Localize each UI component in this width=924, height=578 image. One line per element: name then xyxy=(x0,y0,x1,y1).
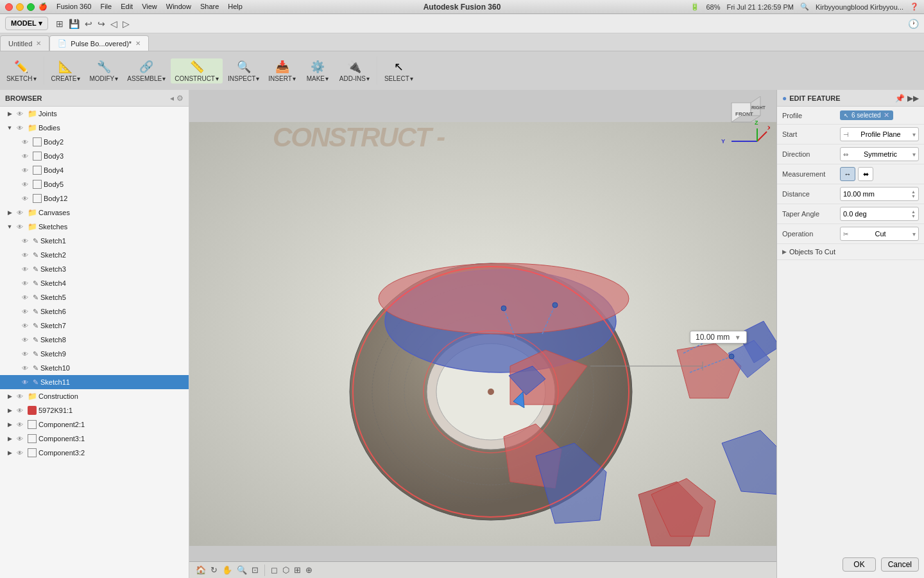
toolbar-sketch[interactable]: ✏️ SKETCH▾ xyxy=(3,58,40,83)
taper-angle-stepper[interactable]: ▲ ▼ xyxy=(911,209,916,218)
menu-file[interactable]: File xyxy=(100,3,112,11)
sidebar-item-body3[interactable]: 👁 Body3 xyxy=(0,149,189,163)
nav-forward-icon[interactable]: ▷ xyxy=(123,19,130,29)
sidebar-item-body12[interactable]: 👁 Body12 xyxy=(0,191,189,206)
tab-pulse-close[interactable]: ✕ xyxy=(135,40,141,47)
sidebar-item-body5[interactable]: 👁 Body5 xyxy=(0,177,189,191)
menu-help[interactable]: Help xyxy=(228,3,243,11)
visibility-sketch4[interactable]: 👁 xyxy=(21,279,30,288)
visibility-body5[interactable]: 👁 xyxy=(21,180,30,189)
visibility-body4[interactable]: 👁 xyxy=(21,166,30,175)
ok-button[interactable]: OK xyxy=(843,557,875,572)
taper-angle-input[interactable]: 0.0 deg ▲ ▼ xyxy=(840,207,919,221)
distance-stepper[interactable]: ▲ ▼ xyxy=(911,189,916,198)
sidebar-item-joints[interactable]: ▶ 👁 📁 Joints xyxy=(0,107,189,121)
sidebar-item-5972k91[interactable]: ▶ 👁 5972K91:1 xyxy=(0,403,189,417)
orbit-icon[interactable]: ↻ xyxy=(209,564,219,576)
visibility-component3-1[interactable]: 👁 xyxy=(15,434,24,443)
panel-expand-icon[interactable]: ▶▶ xyxy=(907,94,919,103)
expand-sketches[interactable]: ▼ xyxy=(5,222,14,231)
sidebar-item-sketch1[interactable]: 👁 ✎ Sketch1 xyxy=(0,234,189,248)
help-icon[interactable]: ❓ xyxy=(910,3,919,11)
visibility-sketch8[interactable]: 👁 xyxy=(21,335,30,344)
sidebar-item-component3-1[interactable]: ▶ 👁 Component3:1 xyxy=(0,432,189,446)
expand-construction[interactable]: ▶ xyxy=(5,392,14,401)
sidebar-item-construction[interactable]: ▶ 👁 📁 Construction xyxy=(0,389,189,403)
visibility-sketches[interactable]: 👁 xyxy=(15,222,24,231)
sidebar-item-canvases[interactable]: ▶ 👁 📁 Canvases xyxy=(0,206,189,220)
visibility-sketch5[interactable]: 👁 xyxy=(21,293,30,302)
tab-pulse[interactable]: 📄 Pulse Bo...overed)* ✕ xyxy=(49,35,149,51)
toolbar-create[interactable]: 📐 CREATE▾ xyxy=(47,58,85,83)
menu-view[interactable]: View xyxy=(142,3,157,11)
sidebar-item-component3-2[interactable]: ▶ 👁 Component3:2 xyxy=(0,446,189,460)
pan-icon[interactable]: ✋ xyxy=(221,564,234,576)
expand-component3-2[interactable]: ▶ xyxy=(5,448,14,457)
expand-joints[interactable]: ▶ xyxy=(5,109,14,118)
toolbar-modify[interactable]: 🔧 MODIFY▾ xyxy=(85,58,122,83)
panel-pin-icon[interactable]: 📌 xyxy=(895,94,905,103)
toolbar-insert[interactable]: 📥 INSERT▾ xyxy=(264,58,300,83)
menu-fusion360[interactable]: Fusion 360 xyxy=(56,3,91,11)
toolbar-inspect[interactable]: 🔍 INSPECT▾ xyxy=(224,58,263,83)
viewport[interactable]: CONSTRUCT - 10.00 mm ▼ Y X Z FRONT xyxy=(189,90,776,578)
sidebar-item-body4[interactable]: 👁 Body4 xyxy=(0,163,189,177)
direction-dropdown[interactable]: ⇔ Symmetric ▾ xyxy=(840,147,919,161)
sidebar-collapse-icon[interactable]: ◂ xyxy=(170,94,174,103)
toolbar-assemble[interactable]: 🔗 ASSEMBLE▾ xyxy=(123,58,169,83)
visibility-bodies[interactable]: 👁 xyxy=(15,123,24,132)
grid-icon[interactable]: ⊞ xyxy=(56,19,64,29)
expand-bodies[interactable]: ▼ xyxy=(5,123,14,132)
viewcube[interactable]: Y X Z FRONT RIGHT xyxy=(719,96,770,148)
visibility-component2-1[interactable]: 👁 xyxy=(15,420,24,429)
sidebar-item-body2[interactable]: 👁 Body2 xyxy=(0,135,189,149)
start-dropdown[interactable]: ⊣ Profile Plane ▾ xyxy=(840,127,919,141)
operation-dropdown[interactable]: ✂ Cut ▾ xyxy=(840,227,919,241)
sidebar-item-sketch11[interactable]: 👁 ✎ Sketch11 xyxy=(0,375,189,389)
profile-clear-button[interactable]: ✕ xyxy=(884,111,889,119)
visibility-construction[interactable]: 👁 xyxy=(15,392,24,401)
close-window-button[interactable] xyxy=(5,3,13,11)
visibility-body3[interactable]: 👁 xyxy=(21,152,30,161)
nav-back-icon[interactable]: ◁ xyxy=(110,19,117,29)
visibility-component3-2[interactable]: 👁 xyxy=(15,448,24,457)
visibility-sketch2[interactable]: 👁 xyxy=(21,250,30,259)
visibility-body12[interactable]: 👁 xyxy=(21,194,30,203)
sidebar-settings-icon[interactable]: ⚙ xyxy=(176,94,184,103)
sidebar-item-sketch6[interactable]: 👁 ✎ Sketch6 xyxy=(0,304,189,319)
snap-icon[interactable]: ⊕ xyxy=(304,564,314,576)
render-mode-icon[interactable]: ⬡ xyxy=(281,564,291,576)
toolbar-make[interactable]: ⚙️ MAKE▾ xyxy=(301,58,334,83)
sidebar-item-sketch7[interactable]: 👁 ✎ Sketch7 xyxy=(0,319,189,333)
objects-to-cut-section[interactable]: ▶ Objects To Cut xyxy=(777,244,924,260)
expand-5972k91[interactable]: ▶ xyxy=(5,406,14,415)
visibility-sketch6[interactable]: 👁 xyxy=(21,307,30,316)
visibility-body2[interactable]: 👁 xyxy=(21,137,30,146)
visibility-sketch9[interactable]: 👁 xyxy=(21,349,30,358)
sidebar-item-sketch3[interactable]: 👁 ✎ Sketch3 xyxy=(0,262,189,276)
tab-untitled-close[interactable]: ✕ xyxy=(36,40,41,47)
menu-share[interactable]: Share xyxy=(200,3,219,11)
visibility-canvases[interactable]: 👁 xyxy=(15,208,24,217)
minimize-window-button[interactable] xyxy=(16,3,24,11)
sidebar-item-bodies[interactable]: ▼ 👁 📁 Bodies xyxy=(0,121,189,135)
sidebar-item-sketches[interactable]: ▼ 👁 📁 Sketches xyxy=(0,220,189,234)
distance-input[interactable]: 10.00 mm ▲ ▼ xyxy=(840,187,919,201)
save-icon[interactable]: 💾 xyxy=(69,19,80,29)
expand-component2-1[interactable]: ▶ xyxy=(5,420,14,429)
visibility-joints[interactable]: 👁 xyxy=(15,109,24,118)
menu-apple[interactable]: 🍎 xyxy=(38,3,47,11)
objects-expand-icon[interactable]: ▶ xyxy=(782,249,787,255)
visibility-sketch1[interactable]: 👁 xyxy=(21,236,30,245)
measurement-half-extent-button[interactable]: ↔ xyxy=(840,167,855,181)
visibility-sketch7[interactable]: 👁 xyxy=(21,321,30,330)
zoom-icon[interactable]: 🔍 xyxy=(235,564,248,576)
toolbar-select[interactable]: ↖ SELECT▾ xyxy=(381,58,417,83)
clock-icon[interactable]: 🕐 xyxy=(908,19,919,29)
grid-toggle-icon[interactable]: ⊞ xyxy=(293,564,302,576)
toolbar-construct[interactable]: 📏 CONSTRUCT▾ xyxy=(171,58,223,83)
sidebar-item-sketch2[interactable]: 👁 ✎ Sketch2 xyxy=(0,248,189,262)
expand-canvases[interactable]: ▶ xyxy=(5,208,14,217)
home-view-icon[interactable]: 🏠 xyxy=(194,564,207,576)
sidebar-item-sketch4[interactable]: 👁 ✎ Sketch4 xyxy=(0,276,189,290)
